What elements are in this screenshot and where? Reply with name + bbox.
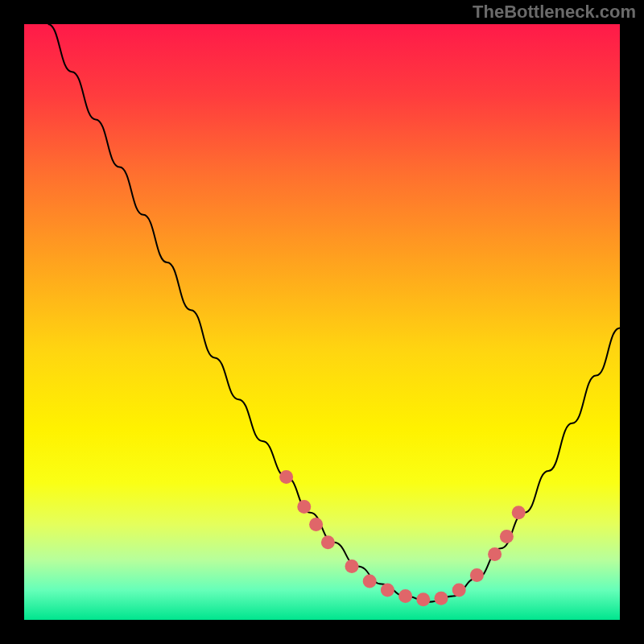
- curve-layer: [24, 24, 620, 620]
- bottleneck-curve: [48, 24, 620, 602]
- highlight-marker: [416, 592, 430, 606]
- plot-area: [24, 24, 620, 620]
- highlight-marker: [398, 589, 412, 603]
- attribution-text: TheBottleneck.com: [473, 2, 636, 23]
- highlight-marker: [452, 584, 466, 597]
- highlight-marker: [488, 547, 502, 561]
- highlight-marker: [470, 568, 484, 582]
- highlight-marker: [279, 470, 293, 484]
- highlight-marker: [381, 584, 394, 597]
- highlight-marker: [363, 574, 377, 588]
- highlight-marker: [500, 530, 514, 543]
- highlight-marker: [512, 506, 526, 519]
- highlight-marker: [309, 518, 323, 531]
- highlight-marker: [297, 500, 311, 514]
- chart-container: TheBottleneck.com: [0, 0, 644, 644]
- highlight-marker: [435, 592, 448, 605]
- highlight-marker: [321, 535, 335, 549]
- marker-group: [279, 470, 526, 606]
- highlight-marker: [345, 559, 359, 573]
